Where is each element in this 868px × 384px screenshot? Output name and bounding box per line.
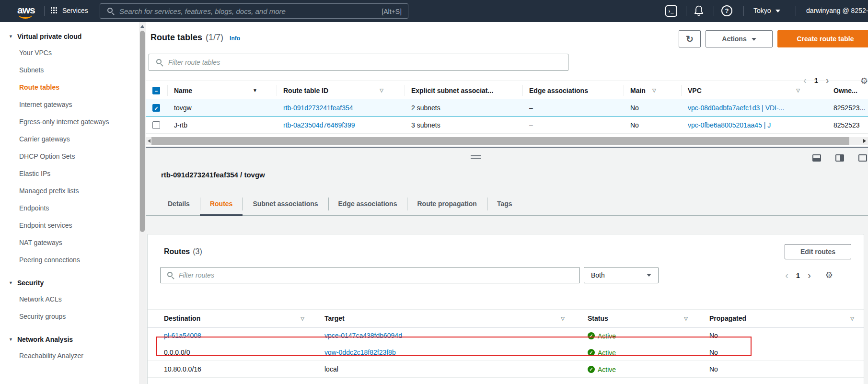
sort-icon[interactable]: ▽ — [380, 88, 383, 93]
sidebar-item-peering-connections[interactable]: Peering connections — [0, 251, 139, 268]
col-name[interactable]: Name — [174, 87, 192, 94]
services-grid-icon[interactable] — [51, 7, 58, 14]
filter-routes[interactable] — [160, 267, 580, 283]
sidebar-item-route-tables[interactable]: Route tables — [0, 79, 139, 96]
sort-icon[interactable]: ▽ — [652, 88, 656, 93]
vpc-link[interactable]: vpc-0fbe6a8005201aa45 | J — [688, 121, 771, 129]
panel-layout-bottom-icon[interactable] — [812, 154, 821, 162]
edit-routes-button[interactable]: Edit routes — [785, 244, 851, 259]
scrollbar-thumb[interactable] — [140, 31, 145, 232]
sidebar-section-network-analysis[interactable]: ▼ Network Analysis — [0, 329, 139, 347]
route-table-id-link[interactable]: rtb-091d273241feaf354 — [283, 104, 353, 112]
destination-link[interactable]: pl-61a54008 — [164, 332, 201, 339]
preferences-gear-icon[interactable]: ⚙ — [825, 270, 833, 280]
vertical-scrollbar[interactable] — [139, 22, 146, 384]
route-row[interactable]: 10.80.0.0/16 local ✓Active No — [148, 361, 864, 378]
global-search[interactable]: [Alt+S] — [100, 3, 408, 19]
status-active-icon: ✓ — [588, 332, 595, 339]
cell-subnets[interactable]: 2 subnets — [411, 104, 440, 112]
chevron-down-icon — [775, 10, 780, 12]
filter-route-tables-input[interactable] — [168, 55, 552, 70]
tab-edge-associations[interactable]: Edge associations — [328, 193, 407, 216]
table-row[interactable]: J-rtb rtb-0a23504d76469f399 3 subnets – … — [146, 116, 868, 134]
sidebar-item-carrier-gateways[interactable]: Carrier gateways — [0, 130, 139, 148]
table-row[interactable]: ✓ tovgw rtb-091d273241feaf354 2 subnets … — [146, 99, 868, 116]
cloudshell-icon[interactable]: ›_ — [665, 5, 677, 17]
refresh-button[interactable]: ↻ — [679, 30, 701, 47]
status-active-icon: ✓ — [588, 349, 595, 356]
scroll-right-arrow-icon[interactable] — [863, 139, 866, 143]
sidebar-item-network-acls[interactable]: Network ACLs — [0, 291, 139, 308]
sidebar-section-security[interactable]: ▼ Security — [0, 272, 139, 291]
status-text: Active — [598, 349, 616, 357]
notifications-bell-icon[interactable] — [694, 5, 704, 19]
sidebar-item-nat-gateways[interactable]: NAT gateways — [0, 234, 139, 251]
filter-route-tables[interactable] — [149, 54, 568, 71]
select-all-checkbox[interactable]: − — [152, 87, 160, 94]
account-menu[interactable]: darwinyang @ 8252-5 — [806, 7, 868, 14]
filter-routes-input[interactable] — [179, 268, 562, 282]
scroll-up-arrow-icon[interactable] — [140, 25, 144, 28]
sidebar-item-internet-gateways[interactable]: Internet gateways — [0, 96, 139, 113]
route-table-id-link[interactable]: rtb-0a23504d76469f399 — [283, 121, 355, 129]
col-route-table-id[interactable]: Route table ID — [283, 87, 328, 94]
region-selector[interactable]: Tokyo — [753, 7, 780, 14]
next-page-icon[interactable]: › — [808, 270, 811, 281]
tab-route-propagation[interactable]: Route propagation — [407, 193, 486, 216]
sidebar-item-endpoint-services[interactable]: Endpoint services — [0, 217, 139, 234]
sort-desc-icon[interactable]: ▼ — [253, 88, 257, 93]
actions-button[interactable]: Actions — [706, 30, 773, 47]
scrollbar-thumb[interactable] — [151, 137, 849, 145]
split-panel-drag-handle[interactable] — [471, 155, 481, 159]
sort-icon[interactable]: ▽ — [796, 88, 800, 93]
sidebar-item-reachability-analyzer[interactable]: Reachability Analyzer — [0, 347, 139, 364]
sort-icon[interactable]: ▽ — [561, 316, 565, 321]
col-propagated[interactable]: Propagated — [709, 314, 746, 322]
target-link[interactable]: vpce-0147ca438fdb6094d — [324, 332, 402, 339]
route-row[interactable]: pl-61a54008 vpce-0147ca438fdb6094d ✓Acti… — [148, 327, 864, 344]
col-explicit-subnet[interactable]: Explicit subnet associat... — [411, 87, 493, 94]
previous-page-icon[interactable]: ‹ — [785, 270, 788, 281]
info-link[interactable]: Info — [230, 35, 240, 42]
cell-subnets[interactable]: 3 subnets — [411, 121, 440, 129]
col-edge-associations[interactable]: Edge associations — [529, 87, 588, 94]
row-checkbox[interactable] — [152, 121, 160, 129]
col-target[interactable]: Target — [324, 314, 345, 322]
sort-icon[interactable]: ▽ — [850, 316, 854, 321]
sidebar-item-subnets[interactable]: Subnets — [0, 61, 139, 79]
sidebar-section-vpc[interactable]: ▼ Virtual private cloud — [0, 26, 139, 44]
routes-card: Routes(3) Edit routes Both ‹ 1 › — [147, 234, 864, 384]
target-link[interactable]: vgw-0ddc2c18f82f23f8b — [324, 349, 396, 356]
routes-mode-select[interactable]: Both — [584, 267, 659, 283]
tab-tags[interactable]: Tags — [487, 193, 522, 216]
sort-icon[interactable]: ▽ — [684, 316, 688, 321]
sidebar-item-security-groups[interactable]: Security groups — [0, 308, 139, 325]
col-destination[interactable]: Destination — [164, 314, 200, 322]
horizontal-scrollbar[interactable] — [146, 137, 868, 145]
sidebar-item-dhcp-option-sets[interactable]: DHCP Option Sets — [0, 148, 139, 165]
help-icon[interactable]: ? — [721, 5, 732, 16]
cell-propagated: No — [703, 365, 864, 373]
col-owner[interactable]: Owne... — [833, 87, 857, 94]
sidebar-item-endpoints[interactable]: Endpoints — [0, 199, 139, 217]
panel-layout-side-icon[interactable] — [835, 154, 844, 162]
tab-subnet-associations[interactable]: Subnet associations — [243, 193, 328, 216]
tab-details[interactable]: Details — [158, 193, 200, 216]
col-status[interactable]: Status — [588, 314, 608, 322]
col-vpc[interactable]: VPC — [688, 87, 702, 94]
panel-layout-full-icon[interactable] — [858, 154, 867, 162]
sidebar-item-your-vpcs[interactable]: Your VPCs — [0, 44, 139, 61]
create-route-table-button[interactable]: Create route table — [777, 30, 868, 47]
col-main[interactable]: Main — [630, 87, 646, 94]
global-search-input[interactable] — [119, 4, 359, 18]
tab-routes[interactable]: Routes — [200, 193, 243, 216]
vpc-link[interactable]: vpc-08d0adbfa7aefc1d3 | VDI-... — [688, 104, 784, 112]
row-checkbox-checked[interactable]: ✓ — [152, 104, 160, 112]
scroll-left-arrow-icon[interactable] — [148, 139, 150, 143]
sidebar-item-egress-only-gateways[interactable]: Egress-only internet gateways — [0, 113, 139, 130]
sort-icon[interactable]: ▽ — [301, 316, 304, 321]
sidebar-item-elastic-ips[interactable]: Elastic IPs — [0, 165, 139, 182]
route-row[interactable]: 0.0.0.0/0 vgw-0ddc2c18f82f23f8b ✓Active … — [148, 344, 864, 361]
sidebar-item-managed-prefix-lists[interactable]: Managed prefix lists — [0, 182, 139, 199]
services-menu[interactable]: Services — [62, 7, 88, 14]
